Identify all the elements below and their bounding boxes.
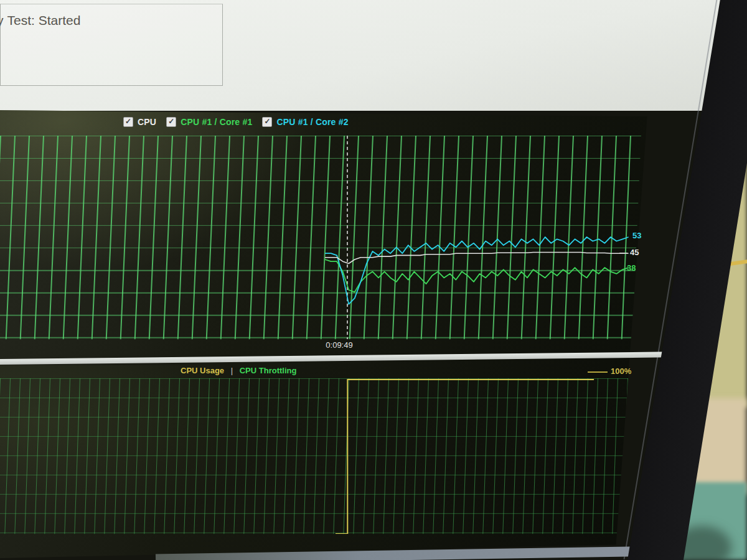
usage-max-tick (588, 371, 608, 373)
checkbox-checked-icon[interactable]: ✓ (262, 117, 272, 127)
usage-header-cpu-usage[interactable]: CPU Usage (181, 366, 224, 375)
sensor-graph-panel (0, 110, 651, 558)
legend-label-0: CPU (138, 117, 156, 127)
status-text: yTest: Started (0, 13, 80, 28)
legend-label-2: CPU #1 / Core #2 (276, 117, 348, 127)
status-text-main: Test: Started (7, 13, 81, 27)
temperature-chart (0, 136, 641, 339)
status-text-fragment: y (0, 13, 4, 27)
checkbox-checked-icon[interactable]: ✓ (166, 117, 176, 127)
legend-label-1: CPU #1 / Core #1 (181, 117, 252, 127)
legend-item-core2[interactable]: ✓ CPU #1 / Core #2 (262, 117, 348, 127)
usage-chart-header: CPU Usage | CPU Throttling (181, 366, 296, 375)
legend-item-core1[interactable]: ✓ CPU #1 / Core #1 (166, 117, 252, 127)
usage-chart (0, 378, 641, 534)
app-light-background: yTest: Started (0, 0, 747, 111)
usage-max-label: 100% (611, 366, 631, 376)
monitor-screen: yTest: Started ✓ CPU ✓ CPU #1 / Core #1 … (0, 0, 747, 560)
value-label-2: 38 (627, 263, 636, 273)
value-label-0: 53 (632, 231, 641, 240)
value-tick-mark (619, 253, 627, 254)
status-panel: yTest: Started (0, 4, 223, 86)
value-label-1: 45 (630, 248, 639, 257)
sensor-legend: ✓ CPU ✓ CPU #1 / Core #1 ✓ CPU #1 / Core… (123, 117, 349, 127)
usage-header-cpu-throttling[interactable]: CPU Throttling (240, 366, 297, 375)
time-marker-label: 0:09:49 (299, 340, 380, 350)
legend-item-cpu[interactable]: ✓ CPU (123, 117, 156, 127)
usage-header-separator: | (231, 366, 233, 375)
checkbox-checked-icon[interactable]: ✓ (123, 117, 133, 127)
